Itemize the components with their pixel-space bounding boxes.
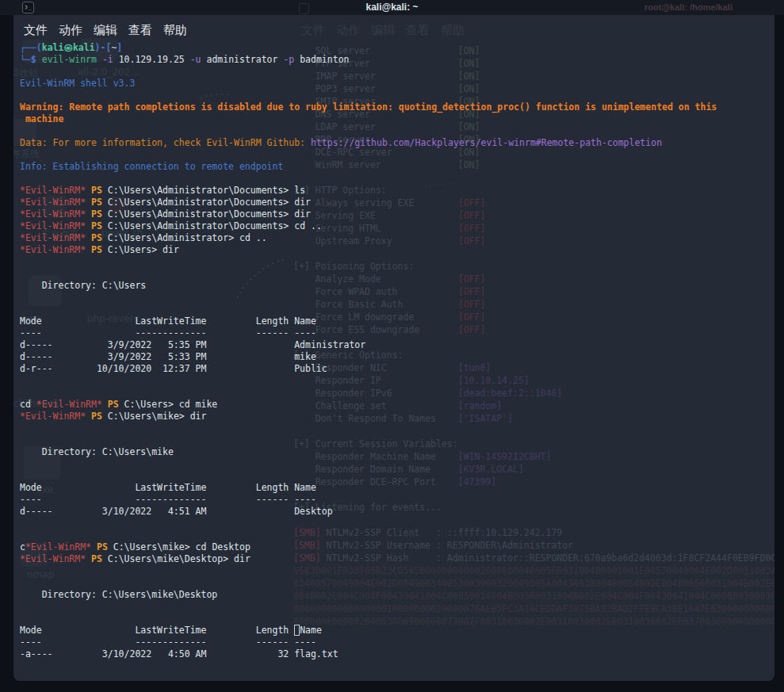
terminal-line: Directory: C:\Users [20,280,717,292]
terminal-line: *Evil-WinRM* PS C:\Users\mike> dir [20,411,717,422]
terminal-line [20,434,717,446]
terminal-line: ┌──(kali㉿kali)-[~] [20,42,717,54]
terminal-line [20,565,717,577]
terminal-line [20,90,717,101]
menu-bar: 文件动作编辑查看帮助 [24,21,187,39]
terminal-line: *Evil-WinRM* PS C:\Users\Administrator> … [20,232,717,244]
terminal-line [20,304,717,315]
terminal-line: d----- 3/9/2022 5:33 PM mike [20,351,717,363]
terminal-line: d----- 3/9/2022 5:35 PM Administrator [20,339,717,351]
terminal-line [20,375,717,387]
terminal-line [20,458,717,470]
menu-item-3[interactable]: 查看 [128,21,152,39]
terminal-line: Directory: C:\Users\mike\Desktop [20,589,717,601]
terminal-line: Info: Establishing connection to remote … [20,161,717,173]
menu-item-2[interactable]: 编辑 [94,21,117,39]
terminal-line: *Evil-WinRM* PS C:\Users\Administrator\D… [20,197,717,208]
terminal-line: *Evil-WinRM* PS C:\Users\Administrator\D… [20,208,717,220]
screen: 回收站all-2.0_202...文件系统主文件夹peass.shwwwphp-… [0,0,784,692]
terminal-line [20,125,717,137]
terminal-line: ---- ------------- ------ ---- [20,327,717,339]
terminal-line [20,66,717,78]
terminal-line: Mode LastWriteTime Length Name [20,625,717,637]
terminal-line: *Evil-WinRM* PS C:\Users\Administrator\D… [20,185,717,197]
terminal-line [20,387,717,399]
terminal-line: Data: For more information, check Evil-W… [20,137,717,149]
terminal-line: ---- ------------- ------ ---- [20,494,717,506]
terminal-line [20,518,717,530]
terminal-line: Evil-WinRM shell v3.3 [20,78,717,90]
terminal-line: c*Evil-WinRM* PS C:\Users\mike> cd Deskt… [20,541,717,553]
title-bar: ❯_ kali@kali: ~ root@kali: /home/kali [0,0,784,15]
terminal-line: Warning: Remote path completions is disa… [20,101,717,113]
terminal-line: *Evil-WinRM* PS C:\Users\Administrator\D… [20,220,717,232]
terminal-line: Directory: C:\Users\mike [20,446,717,458]
terminal-line: machine [20,113,717,125]
terminal-line: d----- 3/10/2022 4:51 AM Desktop [20,506,717,518]
terminal-line: Mode LastWriteTime Length Name [20,315,717,327]
terminal-line: cd *Evil-WinRM* PS C:\Users> cd mike [20,399,717,411]
ghost-window-title: root@kali: /home/kali [644,2,732,12]
terminal-line: *Evil-WinRM* PS C:\Users\mike\Desktop> d… [20,553,717,565]
terminal-line [20,530,717,541]
terminal-line [20,256,717,268]
menu-item-0[interactable]: 文件 [24,21,48,39]
terminal-line [20,613,717,625]
terminal-line: └─$ evil-winrm -i 10.129.19.25 -u admini… [20,54,717,66]
menu-item-4[interactable]: 帮助 [163,21,187,39]
terminal-line [20,292,717,304]
terminal-line: -a---- 3/10/2022 4:50 AM 32 flag.txt [20,648,717,660]
menu-item-1[interactable]: 动作 [59,21,82,39]
terminal-output[interactable]: ┌──(kali㉿kali)-[~]└─$ evil-winrm -i 10.1… [20,42,717,660]
terminal-line: d-r--- 10/10/2020 12:37 PM Public [20,363,717,375]
terminal-line: *Evil-WinRM* PS C:\Users> dir [20,244,717,256]
terminal-line [20,422,717,434]
terminal-line: Mode LastWriteTime Length Name [20,482,717,494]
terminal-line [20,268,717,280]
foreground-terminal-layer: 文件动作编辑查看帮助 ┌──(kali㉿kali)-[~]└─$ evil-wi… [13,15,774,681]
terminal-line [20,470,717,482]
terminal-window: 回收站all-2.0_202...文件系统主文件夹peass.shwwwphp-… [13,15,774,681]
terminal-line [20,577,717,589]
terminal-line: ---- ------------- ------ ---- [20,637,717,648]
terminal-line [20,601,717,613]
terminal-line [20,173,717,185]
terminal-line [20,149,717,161]
